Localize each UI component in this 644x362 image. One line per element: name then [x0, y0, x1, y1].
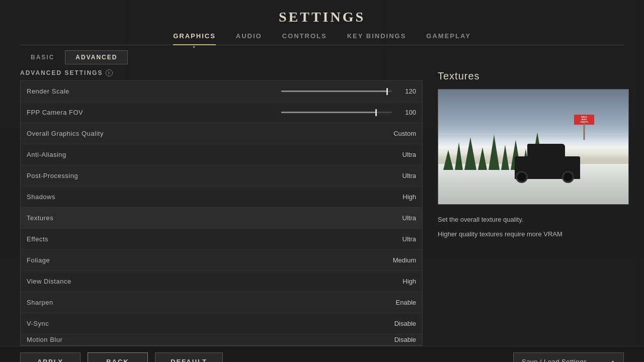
- setting-row-shadows[interactable]: ShadowsHigh: [21, 187, 422, 208]
- left-panel: BASICADVANCED ADVANCED SETTINGS i Render…: [20, 50, 423, 346]
- chevron-up-icon: [610, 360, 615, 363]
- setting-name-textures: Textures: [27, 214, 376, 222]
- setting-name-foliage: Foliage: [27, 256, 376, 264]
- setting-value-foliage: Medium: [376, 256, 416, 264]
- preview-sign: WALKWITHGIANTS: [574, 115, 594, 140]
- setting-row-effects[interactable]: EffectsUltra: [21, 229, 422, 250]
- setting-name-render-scale: Render Scale: [27, 87, 221, 95]
- slider-thumb-render-scale: [386, 88, 388, 95]
- setting-row-sharpen[interactable]: SharpenEnable: [21, 292, 422, 313]
- setting-name-v-sync: V-Sync: [27, 320, 376, 327]
- setting-value-effects: Ultra: [376, 235, 416, 243]
- setting-name-sharpen: Sharpen: [27, 299, 376, 306]
- setting-name-overall-graphics-quality: Overall Graphics Quality: [27, 130, 376, 137]
- slider-value-fpp-camera-fov: 100: [396, 109, 416, 116]
- right-panel: Textures: [423, 50, 629, 346]
- description-line1: Set the overall texture quality.: [438, 215, 629, 225]
- setting-value-shadows: High: [376, 193, 416, 201]
- sub-tab-basic[interactable]: BASIC: [20, 50, 65, 64]
- slider-fill-fpp-camera-fov: [281, 112, 375, 113]
- textures-title: Textures: [438, 70, 629, 82]
- nav-tab-gameplay[interactable]: GAMEPLAY: [426, 32, 470, 45]
- nav-tab-graphics[interactable]: GRAPHICS: [173, 32, 216, 45]
- setting-name-anti-aliasing: Anti-Aliasing: [27, 151, 376, 158]
- back-button[interactable]: BACK: [88, 352, 148, 362]
- app-container: SETTINGS GRAPHICSAUDIOCONTROLSKEY BINDIN…: [0, 0, 644, 362]
- default-button[interactable]: DEFAULT: [155, 352, 223, 362]
- slider-track-render-scale: [281, 90, 392, 92]
- setting-value-post-processing: Ultra: [376, 172, 416, 179]
- setting-name-shadows: Shadows: [27, 193, 376, 201]
- section-title: ADVANCED SETTINGS i: [20, 69, 423, 76]
- slider-fill-render-scale: [281, 90, 386, 92]
- setting-value-v-sync: Disable: [376, 320, 416, 327]
- slider-render-scale[interactable]: 120: [221, 87, 416, 95]
- nav-tabs: GRAPHICSAUDIOCONTROLSKEY BINDINGSGAMEPLA…: [20, 29, 624, 45]
- setting-name-post-processing: Post-Processing: [27, 172, 376, 179]
- preview-image: WALKWITHGIANTS: [438, 89, 629, 205]
- save-load-button[interactable]: Save / Load Settings: [513, 352, 624, 362]
- setting-row-motion-blur[interactable]: Motion BlurDisable: [21, 334, 422, 345]
- setting-value-anti-aliasing: Ultra: [376, 151, 416, 158]
- page-title: SETTINGS: [0, 9, 644, 25]
- slider-track-fpp-camera-fov: [281, 112, 392, 113]
- setting-value-overall-graphics-quality: Custom: [376, 130, 416, 137]
- setting-name-fpp-camera-fov: FPP Camera FOV: [27, 109, 221, 116]
- preview-vehicle: [505, 144, 585, 179]
- description-line2: Higher quality textures require more VRA…: [438, 229, 629, 240]
- setting-value-view-distance: High: [376, 278, 416, 285]
- apply-button[interactable]: APPLY: [20, 352, 80, 362]
- nav-tab-controls[interactable]: CONTROLS: [282, 32, 327, 45]
- setting-row-view-distance[interactable]: View DistanceHigh: [21, 271, 422, 292]
- bottom-bar: APPLY BACK DEFAULT Save / Load Settings: [0, 346, 644, 362]
- setting-row-post-processing[interactable]: Post-ProcessingUltra: [21, 165, 422, 187]
- nav-tab-key-bindings[interactable]: KEY BINDINGS: [347, 32, 407, 45]
- sub-tab-advanced[interactable]: ADVANCED: [65, 50, 128, 64]
- header: SETTINGS: [0, 0, 644, 29]
- save-load-label: Save / Load Settings: [522, 358, 587, 362]
- settings-list: Render Scale120FPP Camera FOV100Overall …: [20, 80, 423, 346]
- setting-row-anti-aliasing[interactable]: Anti-AliasingUltra: [21, 144, 422, 165]
- setting-row-v-sync[interactable]: V-SyncDisable: [21, 313, 422, 334]
- setting-value-sharpen: Enable: [376, 299, 416, 306]
- setting-row-render-scale[interactable]: Render Scale120: [21, 81, 422, 102]
- slider-value-render-scale: 120: [396, 87, 416, 95]
- setting-row-foliage[interactable]: FoliageMedium: [21, 250, 422, 271]
- info-icon[interactable]: i: [106, 69, 113, 76]
- main-content: BASICADVANCED ADVANCED SETTINGS i Render…: [20, 45, 624, 346]
- setting-name-motion-blur: Motion Blur: [27, 336, 376, 343]
- setting-row-fpp-camera-fov[interactable]: FPP Camera FOV100: [21, 102, 422, 123]
- slider-thumb-fpp-camera-fov: [375, 109, 377, 116]
- setting-row-textures[interactable]: TexturesUltra: [21, 208, 422, 229]
- sub-tabs: BASICADVANCED: [20, 50, 423, 64]
- setting-value-motion-blur: Disable: [376, 336, 416, 343]
- setting-name-view-distance: View Distance: [27, 278, 376, 285]
- slider-fpp-camera-fov[interactable]: 100: [221, 109, 416, 116]
- setting-name-effects: Effects: [27, 235, 376, 243]
- setting-row-overall-graphics-quality[interactable]: Overall Graphics QualityCustom: [21, 123, 422, 144]
- nav-tab-audio[interactable]: AUDIO: [236, 32, 262, 45]
- setting-value-textures: Ultra: [376, 214, 416, 222]
